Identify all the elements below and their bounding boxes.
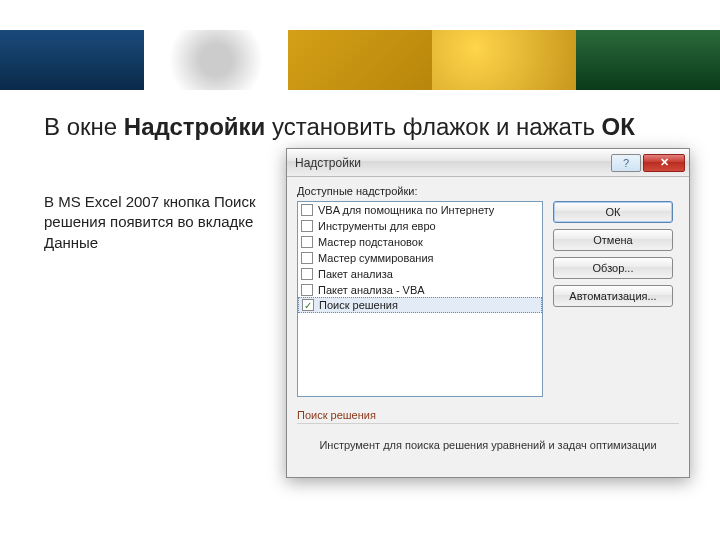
divider — [297, 423, 679, 424]
addin-label: Поиск решения — [319, 299, 398, 311]
addin-description: Инструмент для поиска решения уравнений … — [297, 432, 679, 467]
addin-label: Пакет анализа - VBA — [318, 284, 425, 296]
addin-item[interactable]: Инструменты для евро — [298, 218, 542, 234]
addin-label: Инструменты для евро — [318, 220, 436, 232]
addin-checkbox[interactable] — [301, 268, 313, 280]
addin-label: Мастер суммирования — [318, 252, 434, 264]
cancel-button[interactable]: Отмена — [553, 229, 673, 251]
addin-item[interactable]: Пакет анализа - VBA — [298, 282, 542, 298]
addin-checkbox[interactable] — [301, 252, 313, 264]
addin-checkbox[interactable] — [301, 284, 313, 296]
section-title: Поиск решения — [297, 409, 679, 421]
addin-label: VBA для помощника по Интернету — [318, 204, 494, 216]
slide-heading: В окне Надстройки установить флажок и на… — [44, 112, 686, 142]
addin-item[interactable]: Пакет анализа — [298, 266, 542, 282]
addins-dialog: Надстройки ? ✕ Доступные надстройки: VBA… — [286, 148, 690, 478]
addin-label: Пакет анализа — [318, 268, 393, 280]
addin-item[interactable]: Мастер суммирования — [298, 250, 542, 266]
ok-button[interactable]: ОК — [553, 201, 673, 223]
decorative-banner — [0, 30, 720, 90]
automation-button[interactable]: Автоматизация... — [553, 285, 673, 307]
addin-item[interactable]: ✓Поиск решения — [298, 297, 542, 313]
slide-subtext: В MS Excel 2007 кнопка Поиск решения поя… — [44, 192, 264, 253]
available-addins-label: Доступные надстройки: — [297, 185, 679, 197]
addin-item[interactable]: VBA для помощника по Интернету — [298, 202, 542, 218]
help-button[interactable]: ? — [611, 154, 641, 172]
addin-item[interactable]: Мастер подстановок — [298, 234, 542, 250]
close-button[interactable]: ✕ — [643, 154, 685, 172]
dialog-title: Надстройки — [295, 156, 609, 170]
addin-checkbox[interactable]: ✓ — [302, 299, 314, 311]
dialog-titlebar[interactable]: Надстройки ? ✕ — [287, 149, 689, 177]
addin-label: Мастер подстановок — [318, 236, 423, 248]
addins-listbox[interactable]: VBA для помощника по ИнтернетуИнструмент… — [297, 201, 543, 397]
addin-checkbox[interactable] — [301, 236, 313, 248]
addin-checkbox[interactable] — [301, 220, 313, 232]
addin-checkbox[interactable] — [301, 204, 313, 216]
browse-button[interactable]: Обзор... — [553, 257, 673, 279]
